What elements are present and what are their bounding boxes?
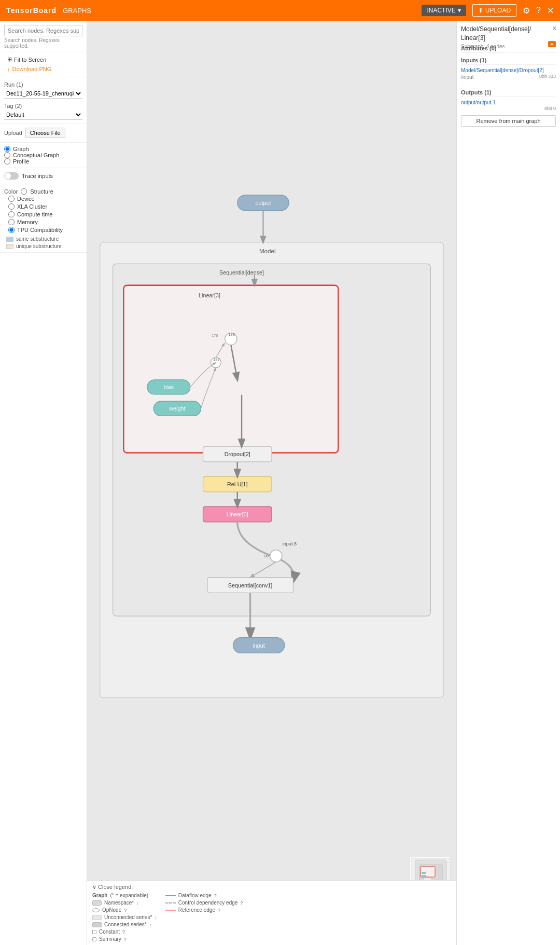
upload-icon: ⬆ bbox=[478, 7, 483, 14]
graph-radio[interactable] bbox=[4, 146, 10, 152]
trace-inputs-toggle[interactable] bbox=[4, 172, 19, 180]
control-dep-help-icon[interactable]: ? bbox=[240, 900, 243, 906]
dataflow-label: Dataflow edge bbox=[178, 893, 212, 898]
device-radio[interactable] bbox=[8, 196, 15, 202]
namespace-label: Namespace* bbox=[104, 900, 134, 906]
svg-text:Dropout[2]: Dropout[2] bbox=[225, 451, 250, 457]
conceptual-graph-radio[interactable] bbox=[4, 152, 10, 158]
svg-text:188: 188 bbox=[228, 332, 234, 337]
chevron-down-icon: ▾ bbox=[458, 7, 461, 14]
panel-close-button[interactable]: × bbox=[552, 24, 557, 33]
run-section: Run (1) Dec11_20-55-19_chenruqi-desk... … bbox=[0, 77, 87, 124]
profile-label: Profile bbox=[13, 158, 29, 165]
choose-file-button[interactable]: Choose File bbox=[25, 128, 65, 138]
dataflow-help-icon[interactable]: ? bbox=[214, 893, 217, 898]
summary-help-icon[interactable]: ? bbox=[124, 937, 127, 942]
trace-inputs-section: Trace inputs bbox=[0, 168, 87, 184]
status-dropdown[interactable]: INACTIVE ▾ bbox=[422, 5, 466, 16]
control-dep-label: Control dependency edge bbox=[178, 900, 238, 906]
unconnected-expand-icon: ↕ bbox=[155, 915, 157, 920]
svg-rect-35 bbox=[422, 875, 426, 877]
unconnected-swatch bbox=[92, 915, 102, 920]
constant-label: Constant bbox=[99, 929, 120, 935]
input-link[interactable]: Model/Sequential[dense]/Dropout[2] bbox=[461, 67, 556, 74]
reference-line bbox=[165, 910, 176, 911]
xla-cluster-radio[interactable] bbox=[8, 203, 15, 210]
close-icon[interactable]: ✕ bbox=[547, 6, 554, 16]
opnode-swatch bbox=[92, 908, 100, 912]
graph-canvas[interactable]: Model Sequential[dense] Linear[3] output… bbox=[87, 21, 456, 945]
run-select[interactable]: Dec11_20-55-19_chenruqi-desk... bbox=[4, 89, 82, 99]
legend-column-1: Graph (* = expandable) Namespace* ↕ OpNo… bbox=[92, 893, 157, 942]
view-controls: ⊞ Fit to Screen ↓ Download PNG bbox=[0, 51, 87, 77]
graph-type-section: Graph Conceptual Graph Profile bbox=[0, 143, 87, 168]
outputs-section-title: Outputs (1) bbox=[461, 89, 556, 97]
constant-help-icon[interactable]: ? bbox=[122, 929, 125, 935]
fit-icon: ⊞ bbox=[7, 56, 12, 63]
connected-expand-icon: ↕ bbox=[149, 922, 152, 927]
svg-text:176: 176 bbox=[212, 333, 218, 338]
same-swatch bbox=[6, 237, 13, 242]
settings-icon[interactable]: ⚙ bbox=[523, 6, 530, 16]
profile-radio[interactable] bbox=[4, 158, 10, 165]
legend: ∨ Close legend. Graph (* = expandable) N… bbox=[87, 880, 456, 945]
summary-swatch bbox=[92, 937, 96, 941]
structure-radio[interactable] bbox=[21, 188, 27, 195]
legend-unconnected: Unconnected series* ↕ bbox=[92, 914, 157, 920]
search-section: Search nodes. Regexes supported. bbox=[0, 21, 87, 51]
compute-time-radio[interactable] bbox=[8, 211, 15, 217]
namespace-expand-icon: ↕ bbox=[136, 900, 139, 906]
panel-title: Model/Sequential[dense]/Linear[3] bbox=[461, 25, 556, 43]
help-icon[interactable]: ? bbox=[536, 6, 541, 15]
connected-label: Connected series* bbox=[104, 922, 147, 927]
reference-label: Reference edge bbox=[178, 907, 215, 913]
svg-rect-34 bbox=[422, 872, 426, 874]
svg-text:input.6: input.6 bbox=[283, 541, 297, 546]
legend-connected: Connected series* ↕ bbox=[92, 922, 157, 927]
opnode-help-icon[interactable]: ? bbox=[124, 908, 127, 913]
legend-toggle[interactable]: ∨ Close legend. bbox=[92, 884, 451, 891]
reference-help-icon[interactable]: ? bbox=[218, 908, 220, 913]
attributes-section-title: Attributes (0) bbox=[461, 45, 556, 53]
graph-svg: Model Sequential[dense] Linear[3] output… bbox=[87, 21, 456, 945]
download-png-button[interactable]: ↓ Download PNG bbox=[4, 64, 54, 74]
constant-swatch bbox=[92, 930, 96, 934]
connected-swatch bbox=[92, 922, 102, 927]
legend-column-2: Dataflow edge ? Control dependency edge … bbox=[165, 893, 243, 942]
svg-text:ReLU[1]: ReLU[1] bbox=[227, 481, 247, 487]
trace-inputs-label: Trace inputs bbox=[22, 173, 53, 179]
download-icon: ↓ bbox=[7, 66, 10, 72]
nav-graphs[interactable]: GRAPHS bbox=[63, 7, 91, 15]
legend-content: Graph (* = expandable) Namespace* ↕ OpNo… bbox=[92, 893, 451, 942]
input-suffix: /input bbox=[461, 73, 473, 81]
search-input[interactable] bbox=[4, 25, 82, 36]
remove-from-graph-button[interactable]: Remove from main graph bbox=[461, 115, 556, 127]
status-badge: ● bbox=[548, 41, 556, 47]
svg-text:output: output bbox=[255, 200, 271, 206]
legend-namespace: Namespace* ↕ bbox=[92, 900, 157, 906]
legend-reference: Reference edge ? bbox=[165, 907, 243, 913]
right-panel: × Model/Sequential[dense]/Linear[3] Subg… bbox=[456, 21, 560, 945]
fit-screen-button[interactable]: ⊞ Fit to Screen bbox=[4, 54, 49, 64]
svg-text:bias: bias bbox=[163, 384, 174, 390]
tpu-compat-radio[interactable] bbox=[8, 227, 15, 233]
svg-text:Model: Model bbox=[259, 248, 276, 254]
tag-label: Tag (2) bbox=[4, 103, 22, 109]
svg-text:weight: weight bbox=[169, 405, 185, 412]
graph-type-label: Graph bbox=[13, 146, 29, 152]
same-label: same substructure bbox=[16, 236, 59, 242]
svg-text:Linear[3]: Linear[3] bbox=[199, 292, 220, 298]
status-label: INACTIVE bbox=[427, 7, 455, 14]
upload-button[interactable]: ⬆ UPLOAD bbox=[472, 4, 516, 17]
svg-rect-4 bbox=[123, 285, 338, 453]
upload-section: Upload Choose File bbox=[0, 124, 87, 143]
app-logo: TensorBoard bbox=[6, 6, 57, 15]
conceptual-graph-label: Conceptual Graph bbox=[13, 152, 59, 158]
svg-text:Sequential[dense]: Sequential[dense] bbox=[219, 269, 264, 276]
unconnected-label: Unconnected series* bbox=[104, 914, 152, 920]
output-link[interactable]: output/output.1 bbox=[461, 99, 556, 106]
memory-radio[interactable] bbox=[8, 219, 15, 225]
legend-summary: Summary ? bbox=[92, 936, 157, 942]
tag-select[interactable]: Default bbox=[4, 110, 82, 120]
svg-text:187: 187 bbox=[213, 357, 219, 362]
